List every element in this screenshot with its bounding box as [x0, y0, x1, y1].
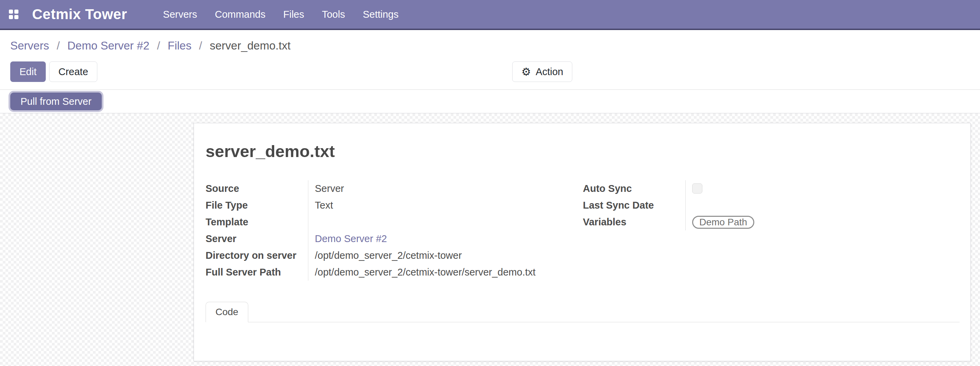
- field-label: Auto Sync: [583, 180, 685, 197]
- field-row-template: Template: [205, 214, 583, 231]
- breadcrumb-separator: /: [57, 39, 60, 52]
- server-record-link[interactable]: Demo Server #2: [315, 233, 387, 244]
- brand-title[interactable]: Cetmix Tower: [32, 6, 127, 22]
- field-label: Last Sync Date: [583, 197, 685, 214]
- main-navbar: Cetmix Tower Servers Commands Files Tool…: [0, 0, 980, 30]
- main-menu: Servers Commands Files Tools Settings: [163, 9, 398, 20]
- field-label: Variables: [583, 214, 685, 231]
- statusbar: Pull from Server: [0, 89, 980, 113]
- field-row-auto-sync: Auto Sync: [583, 180, 959, 197]
- field-row-variables: Variables Demo Path: [583, 214, 959, 231]
- form-sheet: server_demo.txt Source Server File Type …: [194, 123, 971, 361]
- gear-icon: ⚙: [522, 67, 531, 77]
- variable-tag-demo-path: Demo Path: [692, 216, 754, 229]
- menu-item-settings[interactable]: Settings: [363, 9, 398, 20]
- menu-item-files[interactable]: Files: [283, 9, 304, 20]
- action-menu-button[interactable]: ⚙ Action: [512, 62, 572, 82]
- field-value: Demo Server #2: [308, 231, 583, 247]
- edit-button[interactable]: Edit: [10, 62, 46, 82]
- auto-sync-checkbox[interactable]: [692, 183, 702, 194]
- field-value: [308, 214, 583, 231]
- breadcrumb-separator: /: [157, 39, 160, 52]
- field-row-file-type: File Type Text: [205, 197, 583, 214]
- field-row-server: Server Demo Server #2: [205, 231, 583, 247]
- apps-menu-icon-dot: [9, 10, 13, 14]
- menu-item-commands[interactable]: Commands: [215, 9, 265, 20]
- breadcrumb-link-servers[interactable]: Servers: [10, 39, 49, 52]
- field-value: [685, 197, 959, 214]
- menu-item-servers[interactable]: Servers: [163, 9, 197, 20]
- control-panel-buttons: Edit Create ⚙ Action: [10, 62, 970, 82]
- pull-from-server-button[interactable]: Pull from Server: [10, 92, 102, 110]
- field-value: Server: [308, 180, 583, 197]
- field-label: Full Server Path: [205, 264, 308, 281]
- record-title: server_demo.txt: [205, 142, 959, 161]
- left-field-group: Source Server File Type Text Template Se…: [205, 180, 583, 281]
- field-label: Directory on server: [205, 247, 308, 264]
- field-row-last-sync-date: Last Sync Date: [583, 197, 959, 214]
- field-label: Source: [205, 180, 308, 197]
- page: Cetmix Tower Servers Commands Files Tool…: [0, 0, 980, 366]
- notebook: Code: [205, 302, 959, 322]
- field-value: Demo Path: [685, 214, 959, 231]
- content-area: server_demo.txt Source Server File Type …: [0, 113, 980, 366]
- breadcrumb: Servers / Demo Server #2 / Files / serve…: [10, 38, 970, 53]
- apps-menu-icon-dot: [14, 15, 18, 19]
- menu-item-tools[interactable]: Tools: [322, 9, 345, 20]
- action-menu-label: Action: [536, 66, 563, 78]
- apps-menu-icon-dot: [14, 10, 18, 14]
- field-label: Server: [205, 231, 308, 247]
- apps-menu-icon-dot: [9, 15, 13, 19]
- breadcrumb-current: server_demo.txt: [210, 39, 291, 52]
- field-value: /opt/demo_server_2/cetmix-tower: [308, 247, 583, 264]
- field-row-source: Source Server: [205, 180, 583, 197]
- breadcrumb-link-files[interactable]: Files: [168, 39, 192, 52]
- form-field-groups: Source Server File Type Text Template Se…: [205, 180, 959, 281]
- control-panel: Servers / Demo Server #2 / Files / serve…: [0, 30, 980, 89]
- field-row-full-server-path: Full Server Path /opt/demo_server_2/cetm…: [205, 264, 583, 281]
- field-label: File Type: [205, 197, 308, 214]
- field-value: [685, 180, 959, 197]
- field-row-directory-on-server: Directory on server /opt/demo_server_2/c…: [205, 247, 583, 264]
- field-value: /opt/demo_server_2/cetmix-tower/server_d…: [308, 264, 583, 281]
- breadcrumb-link-demo-server-2[interactable]: Demo Server #2: [67, 39, 149, 52]
- tab-code[interactable]: Code: [205, 302, 248, 322]
- apps-menu-icon[interactable]: [9, 10, 18, 19]
- field-label: Template: [205, 214, 308, 231]
- breadcrumb-separator: /: [199, 39, 202, 52]
- field-value: Text: [308, 197, 583, 214]
- right-field-group: Auto Sync Last Sync Date Variables Demo …: [583, 180, 959, 281]
- create-button[interactable]: Create: [49, 62, 97, 82]
